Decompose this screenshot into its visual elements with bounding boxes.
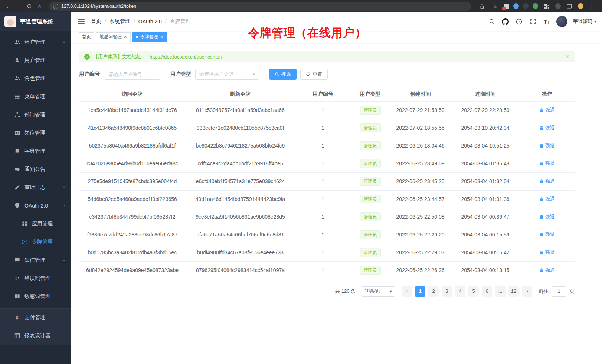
expire-time-cell: 2054-03-04 01:32:04 (451, 172, 520, 190)
goto-page-input[interactable] (552, 286, 566, 297)
share-icon[interactable] (477, 2, 487, 11)
force-logout-button[interactable]: 强退 (539, 160, 555, 167)
user-menu[interactable]: 芋道源码 ▾ (573, 18, 596, 25)
force-logout-button[interactable]: 强退 (539, 178, 555, 185)
extensions-puzzle-icon[interactable] (542, 2, 552, 11)
user-id-input[interactable] (104, 69, 160, 80)
view-tab-2[interactable]: 敏感词管理 × (96, 32, 131, 42)
user-type-badge: 管理员 (360, 123, 381, 132)
page-button-5[interactable]: 5 (468, 286, 479, 297)
user-avatar[interactable] (556, 16, 567, 27)
sidebar-item-label: 审计日志 (24, 184, 62, 191)
refresh-token-cell: b0df4980ffd34c67a08f9156e4eee733 (186, 244, 295, 261)
app-logo[interactable]: 芋道管理系统 (0, 12, 71, 31)
doc-link[interactable]: https://doc.iocoder.cn/user-center/ (150, 54, 222, 60)
reload-button[interactable] (24, 2, 34, 11)
font-size-icon[interactable]: TT (543, 17, 551, 26)
sidebar-item-notice[interactable]: 通知公告 (0, 160, 71, 178)
force-logout-button[interactable]: 强退 (539, 267, 555, 274)
page-button-2[interactable]: 2 (428, 286, 439, 297)
extension-icon-dark[interactable] (523, 3, 529, 9)
sidebar-item-sensitive-word[interactable]: 敏感词管理 (0, 287, 71, 305)
tab-close-icon[interactable]: × (124, 34, 127, 39)
site-info-icon[interactable]: i (53, 4, 58, 9)
search-icon[interactable] (488, 17, 496, 26)
column-header: 创建时间 (390, 87, 451, 101)
force-logout-button[interactable]: 强退 (539, 231, 555, 238)
breadcrumb-home[interactable]: 首页 (91, 18, 101, 25)
url-bar[interactable]: i 127.0.0.1:1024/system/oauth2/token (49, 2, 471, 11)
forward-button[interactable]: → (14, 2, 24, 11)
sidebar-item-report-designer[interactable]: 报表设计器 (0, 327, 71, 345)
extension-icon-green[interactable] (532, 3, 539, 9)
pagination: 共 120 条 10条/页 ▾ 123456...12 前往 (79, 286, 575, 297)
sidebar-item-menu[interactable]: 菜单管理 (0, 87, 71, 106)
sidebar-item-audit-log[interactable]: 审计日志 (0, 178, 71, 196)
sidebar-item-oauth2-app[interactable]: 应用管理 (0, 215, 71, 233)
page-button-3[interactable]: 3 (442, 286, 452, 297)
page-size-select[interactable]: 10条/页 ▾ (361, 286, 395, 297)
table-row: 275e5de9151045fe87cbdc395e004f4d e6cfd40… (79, 172, 575, 190)
sidebar-item-oauth2-token[interactable]: 令牌管理 (0, 233, 71, 251)
github-icon[interactable] (501, 17, 510, 26)
force-logout-button[interactable]: 强退 (539, 214, 555, 220)
force-logout-button[interactable]: 强退 (539, 125, 555, 131)
next-page-button[interactable] (522, 286, 532, 297)
sidebar-item-pay[interactable]: ¥ 支付管理 (0, 308, 71, 327)
extension-icon-badged[interactable] (503, 3, 510, 9)
view-tab-1[interactable]: 首页 (79, 32, 94, 42)
home-button[interactable]: ⌂ (35, 2, 45, 11)
breadcrumb-oauth2[interactable]: OAuth 2.0 (138, 19, 162, 24)
sidebar-item-role[interactable]: 角色管理 (0, 69, 71, 87)
sidebar-item-label: 短信管理 (24, 257, 62, 264)
force-logout-button[interactable]: 强退 (539, 196, 555, 202)
extension-glyph (555, 3, 561, 9)
tab-close-icon[interactable]: × (160, 34, 164, 39)
message-icon (14, 257, 20, 263)
prev-page-button[interactable] (402, 286, 412, 297)
user-id-cell: 1 (295, 190, 351, 208)
reset-button[interactable]: 重置 (300, 69, 328, 80)
force-logout-button[interactable]: 强退 (539, 107, 555, 113)
sidebar-item-post[interactable]: 岗位管理 (0, 124, 71, 142)
column-header: 用户编号 (295, 87, 351, 101)
page-button-6[interactable]: 6 (482, 286, 492, 297)
tags-view-bar: 首页 敏感词管理 × 令牌管理 × (71, 31, 602, 43)
page-button-1[interactable]: 1 (415, 286, 425, 297)
sidebar-item-dict[interactable]: 字典管理 (0, 142, 71, 160)
sidebar-item-label: 错误码管理 (24, 275, 66, 282)
fullscreen-icon[interactable] (529, 17, 537, 26)
chevron-up-icon (62, 203, 66, 208)
force-logout-button[interactable]: 强退 (539, 142, 555, 149)
side-panel-icon[interactable] (565, 2, 574, 11)
refresh-token-cell: 8796295f04064c2983414cc54af1097a (186, 261, 295, 279)
page-button-4[interactable]: 4 (455, 286, 465, 297)
sidebar-item-tenant[interactable]: 租户管理 (0, 33, 71, 51)
back-button[interactable]: ← (4, 2, 13, 11)
breadcrumb-system[interactable]: 系统管理 (109, 18, 130, 25)
bookmark-star-icon[interactable]: ☆ (490, 2, 500, 11)
sidebar-item-oauth2[interactable]: OAuth 2.0 (0, 196, 71, 215)
extension-icon-blue[interactable] (513, 3, 519, 9)
profile-avatar-icon[interactable] (578, 3, 584, 9)
sidebar-item-dept[interactable]: 部门管理 (0, 106, 71, 124)
browser-menu-icon[interactable]: ⋮ (587, 2, 597, 11)
sidebar-item-error-code[interactable]: 错误码管理 (0, 269, 71, 287)
extension-icon-dark2[interactable] (555, 3, 561, 9)
alert-close-icon[interactable]: × (566, 54, 569, 60)
sidebar-item-label: 通知公告 (24, 166, 66, 173)
page-button-12[interactable]: 12 (508, 286, 519, 297)
sidebar-item-label: 字典管理 (24, 148, 66, 155)
sidebar-item-user[interactable]: 用户管理 (0, 51, 71, 69)
sidebar-item-sms[interactable]: 短信管理 (0, 251, 71, 269)
page-more-button[interactable]: ... (495, 286, 506, 297)
sidebar-toggle-button[interactable] (78, 19, 85, 24)
user-type-select[interactable]: 请选择用户类型 ▾ (195, 69, 259, 80)
search-button[interactable]: 搜索 (269, 69, 297, 80)
action-cell: 强退 (520, 244, 575, 261)
view-tab-3[interactable]: 令牌管理 × (132, 32, 167, 42)
users-icon (14, 39, 20, 45)
force-logout-button[interactable]: 强退 (539, 249, 555, 256)
sidebar-item-label: 岗位管理 (24, 130, 66, 136)
help-icon[interactable]: ? (515, 17, 523, 26)
